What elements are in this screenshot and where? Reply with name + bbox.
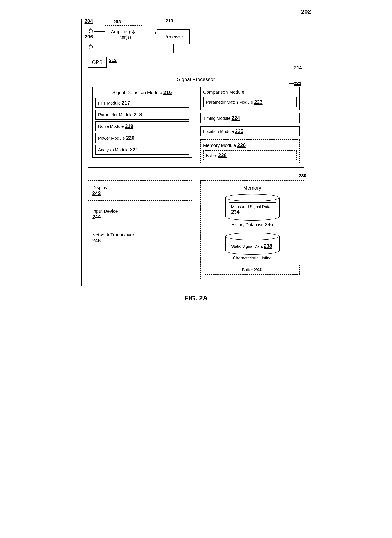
gps-box: GPS 212 [88,57,107,68]
buffer-mem-box: Buffer 240 [205,264,300,275]
main-diagram-box: 204 206 [81,19,311,286]
history-database-label: History Database 236 [205,222,300,227]
amp-filter-text2: Filter(s) [115,34,131,40]
svg-line-2 [89,28,91,30]
signal-detection-module-box: Signal Detection Module 216 FFT Module 2… [92,87,192,158]
noise-module-box: Noise Module 219 [95,121,189,131]
memory-module-title: Memory Module 226 [203,142,297,148]
memory-box: Memory Measured Signal Data 234 [200,180,304,279]
comparison-title: Comparison Module [203,89,297,95]
display-box: Display 242 [88,180,192,201]
label-219: 219 [125,123,133,129]
sdm-title: Signal Detection Module 216 [95,89,189,95]
antenna-symbol-2 [88,43,94,51]
cylinder-2: Static Signal Data 238 Characteristic Li… [205,233,300,260]
amp-filter-text1: Amplifier(s)/ [111,29,135,34]
figure-caption: FIG. 2A [81,294,311,302]
label-214: —214 [289,65,302,70]
amp-filter-box: Amplifier(s)/ Filter(s) [105,25,142,43]
label-220: 220 [126,135,135,141]
label-244: 244 [92,214,101,220]
static-signal-box: Static Signal Data 238 [229,241,276,251]
signal-processor-title: Signal Processor [92,76,300,82]
label-234: 234 [231,209,240,215]
label-223: 223 [254,99,263,105]
svg-point-3 [89,46,93,49]
parameter-module-box: Parameter Module 218 [95,110,189,120]
label-240: 240 [254,267,263,272]
label-230: —230 [294,173,307,178]
receiver-box: Receiver [157,29,190,44]
receiver-text: Receiver [163,34,183,40]
label-204: 204 [85,18,93,24]
buffer-sp-box: Buffer 228 [203,150,297,160]
label-206: 206 [85,34,93,40]
gps-text: GPS [92,59,103,65]
network-transceiver-box: Network Transceiver 246 [88,228,192,248]
cylinder-1: Measured Signal Data 234 History Databas… [205,194,300,227]
label-202: —202 [295,8,311,15]
signal-processor-box: —214 Signal Processor Signal Detection M… [88,72,304,168]
measured-signal-box: Measured Signal Data 234 [229,202,276,217]
label-236: 236 [265,222,273,227]
parameter-match-box: Parameter Match Module 223 [203,97,297,107]
comparison-module-box: —222 Comparison Module Parameter Match M… [200,87,300,110]
power-module-box: Power Module 220 [95,133,189,143]
characteristic-listing-label: Characteristic Listing [205,256,300,260]
label-210: —210 [161,18,173,24]
label-238: 238 [264,243,272,249]
label-212: 212 [109,58,117,63]
label-217: 217 [122,100,130,106]
label-226: 226 [237,142,246,148]
label-222: —222 [289,81,301,86]
label-221: 221 [130,147,138,152]
antenna-2 [88,43,105,51]
label-208: —208 [109,19,121,25]
label-224: 224 [231,115,240,121]
memory-module-box: Memory Module 226 Buffer 228 [200,139,300,163]
label-228: 228 [218,152,227,158]
timing-module-box: Timing Module 224 [200,113,300,123]
svg-point-0 [89,30,93,33]
label-246: 246 [92,238,101,243]
input-device-box: Input Device 244 [88,204,192,224]
memory-title: Memory [205,185,300,191]
label-242: 242 [92,190,101,196]
analysis-module-box: Analysis Module 221 [95,145,189,155]
label-218: 218 [134,112,142,117]
location-module-box: Location Module 225 [200,126,300,136]
fft-module-box: FFT Module 217 [95,98,189,108]
label-216: 216 [163,89,172,95]
svg-line-5 [89,44,91,46]
label-225: 225 [235,128,243,134]
